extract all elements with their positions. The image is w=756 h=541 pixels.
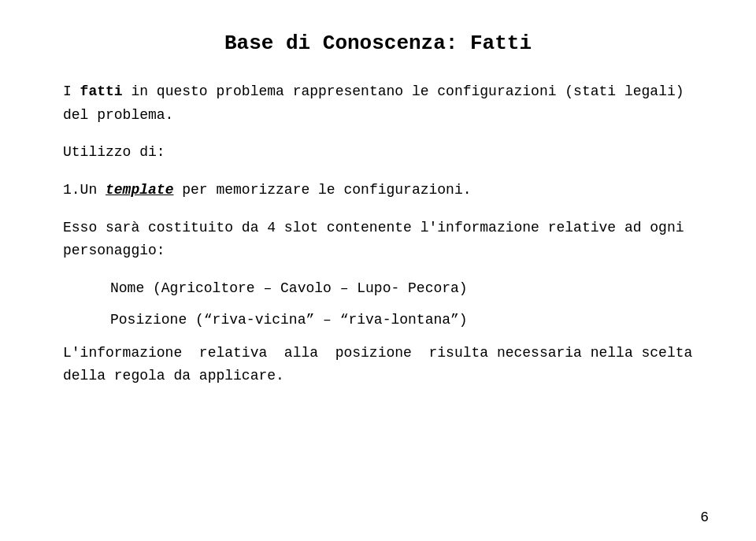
paragraph-1: I fatti in questo problema rappresentano… [63, 80, 693, 127]
paragraph-utilizzo: Utilizzo di: [63, 141, 693, 165]
page-number: 6 [700, 510, 709, 525]
paragraph-informazione: L'informazione relativa alla posizione r… [63, 342, 693, 388]
paragraph-template: 1.Un template per memorizzare le configu… [63, 179, 693, 202]
bold-fatti: fatti [80, 83, 123, 99]
paragraph-slot: Esso sarà costituito da 4 slot contenent… [63, 217, 693, 263]
utilizzo-text: Utilizzo di: [63, 144, 165, 160]
template-word: template [106, 182, 173, 198]
indent-line-posizione: Posizione (“riva-vicina” – “riva-lontana… [110, 309, 693, 332]
page-title: Base di Conoscenza: Fatti [63, 31, 693, 55]
indent-block: Nome (Agricoltore – Cavolo – Lupo- Pecor… [110, 277, 693, 332]
indent-line-nome: Nome (Agricoltore – Cavolo – Lupo- Pecor… [110, 277, 693, 301]
page-container: Base di Conoscenza: Fatti I fatti in que… [0, 0, 756, 541]
content-body: I fatti in questo problema rappresentano… [63, 80, 693, 388]
